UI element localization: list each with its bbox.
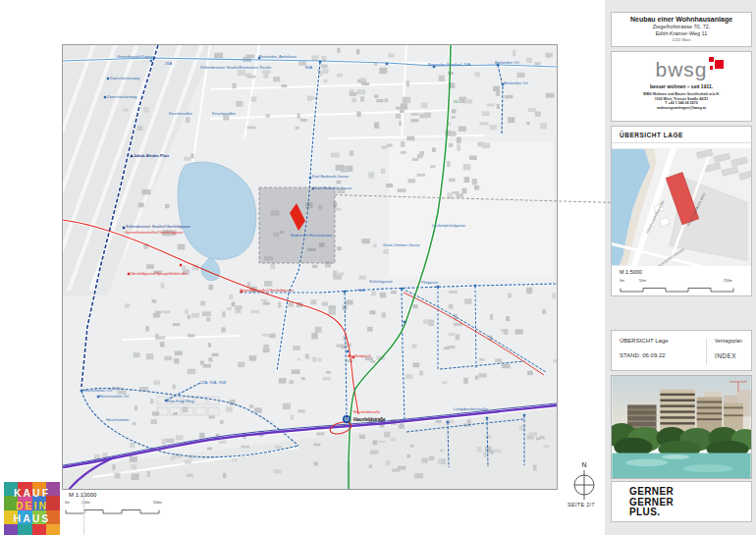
plan-index: INDEX (715, 352, 742, 359)
title-block: Neubau einer Wohnhausanlage Ziegelhofstr… (611, 12, 752, 47)
logo-tile (18, 524, 31, 535)
transit-stop (81, 390, 82, 392)
transit-stop (104, 96, 106, 98)
transit-stop (258, 57, 260, 59)
map-scale-ticks: 0m100m500m (65, 501, 173, 507)
bwsg-pixel-icon (708, 57, 724, 75)
logo-tile (32, 524, 46, 535)
transit-stop (502, 83, 504, 85)
scale-tick: 50m (639, 279, 646, 283)
transit-stop (180, 264, 182, 266)
project-address: Ziegelhofstrasse 70, 72, (612, 24, 751, 29)
plan-info-box: ÜBERSICHT Lage STAND: 06.09.22 Vertragsp… (611, 330, 752, 371)
bwsg-email: wohnungsanfragen@bwsg.at (612, 106, 751, 111)
transit-stop (437, 286, 439, 288)
architect-logo-line: PLUS. (629, 508, 751, 518)
scale-tick: 0m (620, 279, 624, 283)
transit-stop (97, 396, 99, 398)
architect-logo-block: GERNER GERNER PLUS. (611, 481, 752, 522)
ubahn-icon: U (343, 415, 351, 423)
project-title: Neubau einer Wohnhausanlage (612, 16, 751, 23)
scale-tick: 0m (65, 501, 70, 505)
scale-tick: 500m (153, 501, 162, 505)
transit-stop (497, 64, 499, 66)
fold-mark (83, 488, 84, 535)
project-city: 1220 Wien (612, 37, 751, 42)
transit-stop (150, 60, 152, 62)
transit-stop (347, 350, 349, 352)
transit-stop (319, 61, 321, 63)
scale-tick: 250m (724, 279, 732, 283)
project-rendering-image (611, 375, 752, 479)
transit-stop (401, 288, 403, 290)
logo-word: HAUS (4, 512, 60, 525)
developer-logo-block: bwsg besser wohnen – seit 1911. WBG Wohn… (611, 51, 752, 122)
plan-type: Vertragsplan (715, 338, 742, 344)
page-number: SEITE 2/7 (567, 502, 595, 508)
logo-tile (4, 524, 18, 535)
map-scale-bar (65, 508, 163, 515)
overview-header: ÜBERSICHT LAGE (612, 127, 751, 143)
plan-date: STAND: 06.09.22 (620, 352, 669, 358)
svg-text:U: U (345, 416, 349, 422)
transit-stop (404, 321, 405, 323)
svg-text:N: N (581, 461, 586, 468)
plan-name: ÜBERSICHT Lage (620, 338, 669, 344)
logo-tile (46, 524, 60, 535)
kaufdeinhaus-logo: KAUFDEINHAUS (4, 482, 60, 535)
transit-stop (241, 291, 243, 293)
overview-scale-ticks: 0m50m250m (620, 279, 745, 285)
bwsg-tagline: besser wohnen – seit 1911. (612, 83, 751, 89)
city-map-canvas: U (63, 45, 557, 489)
transit-stop (309, 177, 311, 179)
transit-stop (107, 78, 109, 80)
transit-stop (433, 66, 435, 68)
overview-minimap: ZIEGELHOFSTRASSEEDITH-KRAMER-WEGQUADENST… (612, 148, 751, 266)
transit-stop (128, 273, 130, 275)
overview-scale-label: M 1:5000 (620, 269, 642, 275)
transit-stop (523, 414, 525, 416)
bwsg-logo: bwsg (655, 59, 707, 82)
rendering-canvas (612, 376, 751, 478)
transit-stop (344, 291, 346, 293)
city-map: U Gewerbepark Kagran26ASüßenbrunner Stra… (62, 44, 558, 490)
overview-scale-bar (620, 286, 739, 294)
transit-stop (486, 417, 488, 419)
lake-water (612, 453, 750, 478)
bwsg-wordmark: bwsg (655, 58, 707, 80)
architect-logo-line: GERNER (629, 487, 751, 498)
transit-stop (352, 356, 354, 358)
project-address: Edith-Kramer-Weg 11 (612, 30, 751, 36)
overview-panel: ÜBERSICHT LAGE ZIEGELHOFSTR (611, 126, 752, 296)
logo-word: DEIN (4, 500, 60, 512)
transit-stop (131, 155, 133, 157)
transit-stop (165, 400, 167, 401)
transit-stop (474, 285, 476, 287)
transit-stop (447, 421, 449, 423)
kaufdeinhaus-wordmark: KAUFDEINHAUS (4, 487, 60, 525)
north-arrow-icon: N (569, 459, 599, 505)
field-area (389, 141, 554, 277)
transit-stop (386, 63, 388, 65)
logo-word: KAUF (4, 487, 60, 500)
transit-stop (123, 227, 125, 229)
